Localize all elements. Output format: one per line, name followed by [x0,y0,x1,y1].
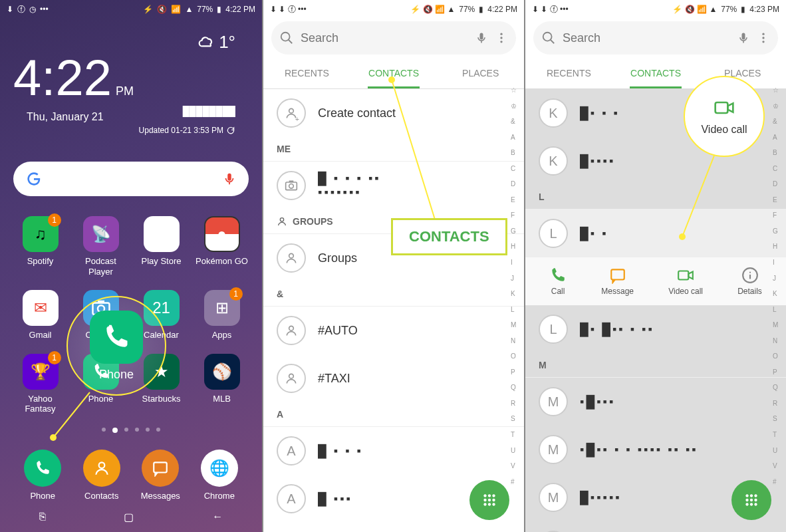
app-starbucks[interactable]: ★ Starbucks [134,354,188,414]
badge: 1 [48,351,61,364]
search-bar[interactable] [271,21,516,55]
status-time: 4:22 PM [225,5,255,14]
section-amp: & [263,282,524,307]
contact-list[interactable]: K █▪ ▪ ▪ K █▪▪▪▪ L L █▪ ▪ Call Message V… [525,89,786,532]
info-icon [741,267,759,284]
contact-m2[interactable]: M ▪█▪▪ ▪ ▪ ▪▪▪▪ ▪▪ ▪▪ [525,426,786,473]
clock-widget[interactable]: 1° 4:22 PM Thu, January 21 ████████ Upda… [0,19,262,148]
contact-taxi[interactable]: #TAXI [263,354,524,402]
mic-icon[interactable] [737,31,750,45]
dock-messages[interactable]: Messages [131,450,190,501]
recents-button[interactable]: ⎘ [39,511,46,523]
search-bar[interactable] [533,21,778,55]
contact-detail-screen: ⬇ ⬇ ⓕ ••• ⚡ 🔇 📶 ▲ 77% ▮ 4:23 PM RECENTS … [524,0,786,532]
avatar-letter: L [539,315,568,344]
app-playstore[interactable]: ▶ Play Store [134,216,188,277]
contact-k1[interactable]: K █▪ ▪ ▪ [525,89,786,137]
dialpad-fab[interactable] [469,480,509,520]
contact-list[interactable]: + Create contact ME █ ▪ ▪ ▪ ▪▪▪▪▪▪▪▪▪ GR… [263,89,524,532]
tab-recents[interactable]: RECENTS [525,57,612,88]
details-button[interactable]: Details [737,267,762,296]
contact-name-redacted: █ ▪ ▪ ▪ [318,444,363,458]
alpha-index[interactable]: ☆♔&ABCDEFGHIJKLMNOPQRSTUV# [511,86,523,485]
tabs: RECENTS CONTACTS PLACES [263,57,524,89]
person-icon [277,243,306,273]
home-button[interactable]: ▢ [124,511,134,523]
add-contact-icon: + [277,98,306,128]
tab-contacts[interactable]: CONTACTS [350,57,438,88]
section-m: M [525,353,786,378]
contact-m4[interactable]: M █▪▪ [525,521,786,532]
page-indicator [0,428,262,433]
status-bar: ⬇ ⓕ ◷ ••• ⚡ 🔇 📶 ▲ 77% ▮ 4:22 PM [0,0,262,19]
app-phone-grid[interactable]: Phone [74,354,128,414]
download-icon: ⬇ [7,5,13,14]
camera-icon [277,171,306,200]
mic-icon[interactable] [475,31,488,45]
tab-places[interactable]: PLACES [699,57,786,88]
clock-ampm: PM [116,85,134,97]
dock-phone[interactable]: Phone [13,450,72,501]
app-gmail[interactable]: ✉ Gmail [13,290,67,340]
message-button[interactable]: Message [601,267,634,296]
contact-actions: Call Message Video call Details [525,257,786,305]
avatar-letter: M [539,483,568,512]
tab-places[interactable]: PLACES [437,57,524,88]
phone-icon [549,267,567,284]
clock-date: Thu, January 21 [27,111,104,123]
more-icon[interactable] [495,31,508,45]
avatar-letter: A [277,436,306,466]
video-icon [677,267,694,284]
more-icon[interactable] [757,31,770,45]
app-podcast[interactable]: 📡 Podcast Player [74,216,128,277]
contact-l-selected[interactable]: L █▪ ▪ [525,209,786,257]
dialpad-fab[interactable] [731,480,771,520]
contact-name-redacted: █▪▪▪▪▪ [580,491,622,505]
app-yahoo[interactable]: 🏆1 Yahoo Fantasy [13,354,67,414]
wifi-icon: 📶 [171,5,181,14]
weather-temp: 1° [219,32,235,53]
weather-city: ████████ [183,106,235,123]
google-search-bar[interactable] [13,162,249,196]
app-calendar[interactable]: 21 Calendar [134,290,188,340]
battery-icon: ▮ [217,5,221,14]
app-spotify[interactable]: ♫1 Spotify [13,216,67,277]
contact-name-redacted: ▪█▪▪▪ [580,395,615,409]
app-folder[interactable]: ⊞1 Apps [195,290,249,340]
tab-contacts[interactable]: CONTACTS [612,57,700,88]
dialpad-icon [481,491,498,509]
app-mlb[interactable]: ⚾ MLB [195,354,249,414]
create-contact[interactable]: + Create contact [263,89,524,137]
contact-k2[interactable]: K █▪▪▪▪ [525,137,786,185]
section-l: L [525,185,786,209]
contact-me[interactable]: █ ▪ ▪ ▪ ▪▪▪▪▪▪▪▪▪ [263,162,524,209]
search-input[interactable] [563,31,730,45]
contact-a1[interactable]: A █ ▪ ▪ ▪ [263,427,524,475]
contact-name-redacted: ▪█▪▪ ▪ ▪ ▪▪▪▪ ▪▪ ▪▪ [580,443,698,457]
contact-auto[interactable]: #AUTO [263,307,524,354]
alpha-index[interactable]: ☆♔&ABCDEFGHIJKLMNOPQRSTUV# [773,86,785,485]
mic-icon[interactable] [222,172,237,186]
back-button[interactable]: ← [212,511,223,523]
avatar-letter: M [539,435,568,464]
app-pokemon[interactable]: ● Pokémon GO [195,216,249,277]
dock-chrome[interactable]: 🌐 Chrome [190,450,249,501]
dock-contacts[interactable]: Contacts [72,450,132,501]
callout-contacts-label: CONTACTS [391,218,507,255]
contact-name-redacted: █▪ ▪ [580,227,608,241]
video-call-button[interactable]: Video call [668,267,703,296]
avatar-letter: M [539,387,568,416]
contact-l2[interactable]: L █▪ █▪▪ ▪ ▪▪ [525,305,786,353]
app-camera[interactable]: Camera [74,290,128,340]
call-button[interactable]: Call [549,267,567,296]
status-bar: ⬇ ⬇ ⓕ ••• ⚡ 🔇 📶 ▲ 77% ▮ 4:22 PM [263,0,524,19]
contact-m1[interactable]: M ▪█▪▪▪ [525,378,786,426]
callout-dot-2 [388,76,395,83]
battery-percent: 77% [197,5,213,14]
person-icon [277,316,306,345]
search-input[interactable] [301,31,468,45]
tab-recents[interactable]: RECENTS [263,57,350,88]
home-screen: ⬇ ⓕ ◷ ••• ⚡ 🔇 📶 ▲ 77% ▮ 4:22 PM 1° 4:22 … [0,0,262,532]
contact-name-redacted: █▪ ▪ ▪ [580,106,620,120]
tabs: RECENTS CONTACTS PLACES [525,57,786,89]
